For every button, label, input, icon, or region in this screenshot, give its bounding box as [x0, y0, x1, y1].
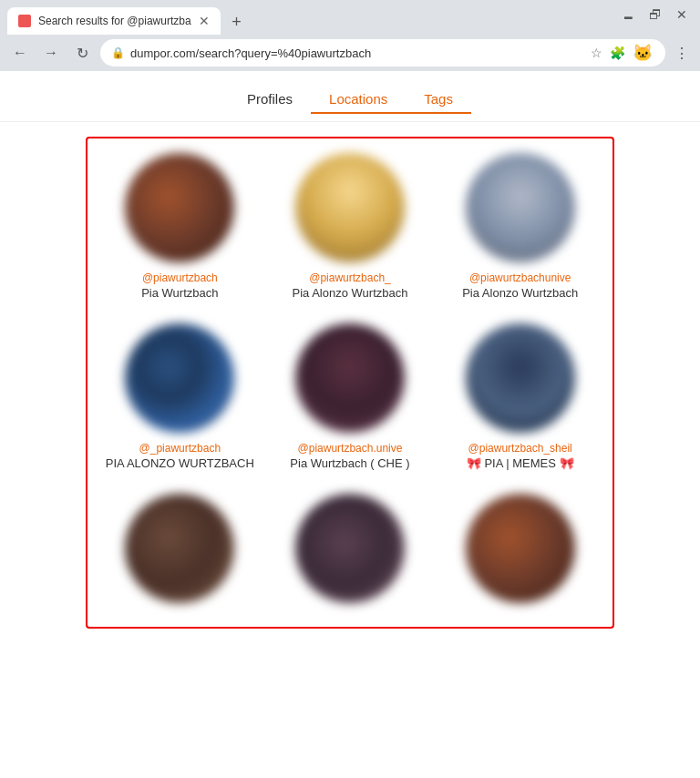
- profile-username: @_piawurtzbach: [139, 442, 221, 455]
- tab-tags[interactable]: Tags: [406, 86, 471, 114]
- results-container: @piawurtzbachPia Wurtzbach@piawurtzbach_…: [86, 137, 614, 629]
- window-close-icon[interactable]: ✕: [671, 5, 693, 24]
- url-text: dumpor.com/search?query=%40piawurtzbach: [130, 46, 583, 60]
- profile-card[interactable]: @piawurtzbachPia Wurtzbach: [102, 153, 258, 302]
- profile-username: @piawurtzbach_: [309, 271, 391, 284]
- profile-card[interactable]: @piawurtzbach_Pia Alonzo Wurtzbach: [273, 153, 428, 302]
- avatar: [295, 494, 405, 603]
- window-maximize-icon[interactable]: 🗗: [643, 5, 667, 24]
- profiles-grid: @piawurtzbachPia Wurtzbach@piawurtzbach_…: [102, 153, 598, 612]
- profile-username: @piawurtzbach_sheil: [468, 442, 572, 455]
- tab-close-button[interactable]: ✕: [199, 15, 210, 27]
- new-tab-button[interactable]: +: [224, 9, 250, 35]
- tab-profiles[interactable]: Profiles: [229, 86, 311, 114]
- profile-card[interactable]: [102, 494, 258, 612]
- avatar: [295, 323, 405, 433]
- profile-card[interactable]: @piawurtzbachunivePia Alonzo Wurtzbach: [442, 153, 598, 302]
- profile-avatar-icon[interactable]: 🐱: [631, 41, 654, 65]
- avatar: [125, 153, 234, 262]
- profile-card[interactable]: @_piawurtzbachPIA ALONZO WURTZBACH: [102, 323, 258, 472]
- avatar: [125, 323, 234, 433]
- browser-tab[interactable]: Search results for @piawurtzba ✕: [7, 7, 221, 35]
- tab-title: Search results for @piawurtzba: [38, 15, 191, 27]
- profile-name: Pia Alonzo Wurtzbach: [293, 286, 408, 302]
- avatar: [466, 323, 575, 433]
- reload-button[interactable]: ↻: [69, 40, 95, 66]
- profile-name: Pia Wurtzbach: [141, 286, 218, 302]
- window-minimize-icon[interactable]: 🗕: [616, 5, 640, 24]
- window-controls: 🗕 🗗 ✕: [616, 5, 693, 24]
- profile-name: 🎀 PIA | MEMES 🎀: [467, 456, 574, 472]
- forward-button[interactable]: →: [38, 40, 64, 66]
- profile-card[interactable]: [442, 494, 598, 612]
- bookmark-icon[interactable]: ☆: [589, 44, 604, 62]
- tab-favicon: [18, 15, 31, 27]
- profile-card[interactable]: @piawurtzbach.univePia Wurtzbach ( CHE ): [273, 323, 428, 472]
- profile-name: Pia Wurtzbach ( CHE ): [290, 456, 409, 472]
- browser-menu-button[interactable]: ⋮: [671, 45, 693, 62]
- profile-username: @piawurtzbach: [142, 271, 218, 284]
- search-tabs: Profiles Locations Tags: [0, 71, 700, 122]
- profile-name: Pia Alonzo Wurtzbach: [462, 286, 578, 302]
- avatar: [125, 494, 234, 603]
- back-button[interactable]: ←: [7, 40, 33, 66]
- avatar: [466, 153, 575, 262]
- avatar: [295, 153, 405, 262]
- address-bar[interactable]: 🔒 dumpor.com/search?query=%40piawurtzbac…: [100, 39, 665, 67]
- profile-card[interactable]: @piawurtzbach_sheil🎀 PIA | MEMES 🎀: [442, 323, 598, 472]
- profile-card[interactable]: [273, 494, 428, 612]
- lock-icon: 🔒: [111, 46, 125, 59]
- profile-username: @piawurtzbach.unive: [298, 442, 403, 455]
- extension-puzzle-icon[interactable]: 🧩: [608, 44, 627, 62]
- avatar: [466, 494, 575, 603]
- profile-username: @piawurtzbachunive: [469, 271, 571, 284]
- page-content: Profiles Locations Tags @piawurtzbachPia…: [0, 71, 700, 778]
- tab-locations[interactable]: Locations: [311, 86, 406, 114]
- profile-name: PIA ALONZO WURTZBACH: [106, 456, 254, 472]
